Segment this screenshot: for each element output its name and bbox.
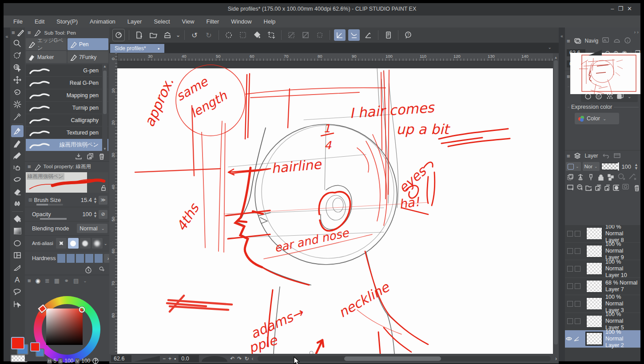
tool-frame-border[interactable] [11, 249, 24, 262]
open-file-icon[interactable] [147, 29, 159, 41]
color-slider-tab-icon[interactable]: ≣ [45, 277, 50, 284]
create-mask-icon[interactable] [612, 184, 619, 192]
main-color-swatch[interactable] [11, 337, 24, 349]
subtool-edge-gpen[interactable]: エッジGペン [26, 38, 67, 50]
delete-subtool-icon[interactable] [98, 152, 106, 160]
duplicate-subtool-icon[interactable] [86, 152, 94, 160]
menu-view[interactable]: View [182, 18, 195, 25]
layer-row-selected[interactable]: 100 % NormalLayer 2 [565, 330, 640, 348]
reset-settings-icon[interactable] [84, 266, 92, 274]
tool-brush[interactable] [11, 150, 24, 162]
reset-rotation-icon[interactable]: ↻ [244, 356, 249, 362]
undo-icon[interactable]: ↺ [189, 29, 200, 41]
hardness-level[interactable] [67, 254, 75, 263]
tool-selection[interactable] [11, 86, 24, 99]
snap-grid-icon[interactable] [362, 29, 374, 41]
layer-row[interactable]: 100 % NormalLayer 10 [565, 260, 640, 278]
information-tab-icon[interactable] [624, 37, 631, 44]
brush-size-source-button[interactable]: ≫ [99, 196, 107, 205]
layer-opacity-stepper[interactable]: ▲▼ [634, 163, 638, 170]
zoom-slider[interactable] [134, 356, 160, 362]
aa-strong-button[interactable] [92, 238, 103, 249]
blending-mode-dropdown[interactable]: Normal⌄ [77, 224, 107, 233]
new-folder-icon[interactable] [585, 184, 592, 192]
layer-panel-menu-icon[interactable]: ≡ [567, 153, 570, 159]
layer-tab-label[interactable]: Layer [585, 153, 598, 159]
import-subtool-icon[interactable] [75, 152, 83, 160]
tool-gradient[interactable] [11, 225, 24, 237]
zoom-out-icon[interactable]: − [163, 356, 166, 362]
hardness-level[interactable] [95, 254, 103, 263]
color-panel-menu-icon[interactable]: ≡ [28, 277, 31, 284]
merge-down-icon[interactable] [604, 184, 610, 192]
scene-tab-icon[interactable] [613, 152, 621, 158]
fill-icon[interactable] [251, 29, 263, 41]
palette-color-dropdown[interactable]: ⌄ [566, 162, 581, 171]
layer-history-tab-icon[interactable] [602, 152, 610, 158]
effect-dropdown-icon[interactable]: ⌄ [628, 94, 631, 99]
layer-row[interactable]: 100 % NormalLayer 5 [565, 313, 640, 331]
canvas-zoom-value[interactable]: 62.6 [111, 355, 131, 362]
lock-transparent-pixels-icon[interactable] [607, 174, 615, 181]
layer-thumbnail[interactable] [586, 262, 602, 275]
clip-studio-logo-icon[interactable] [112, 29, 125, 41]
navigator-menu-icon[interactable]: ≡ [567, 38, 570, 44]
saturation-value-box[interactable] [46, 309, 83, 345]
layer-row[interactable]: 100 % NormalLayer 8 [565, 225, 640, 243]
tool-auto-select[interactable] [11, 99, 24, 111]
canvas-rotation-value[interactable]: 0.0 [179, 355, 199, 362]
selection-launcher-icon-2[interactable] [300, 29, 311, 41]
navigator-tab-icon[interactable] [574, 38, 581, 44]
menu-file[interactable]: File [13, 18, 23, 25]
subtool-item-turnip-pen[interactable]: Turnip pen [26, 102, 108, 114]
expand-right-icon[interactable]: › › [634, 29, 639, 35]
apply-mask-icon[interactable] [622, 183, 630, 191]
navigator-tab-label[interactable]: Navig [585, 38, 599, 44]
menu-help[interactable]: Help [264, 18, 276, 25]
layer-thumbnail[interactable] [586, 245, 602, 257]
expression-color-dropdown[interactable]: Color ⌄ [575, 113, 619, 124]
scroll-right-icon[interactable]: › [555, 356, 557, 362]
tool-balloon[interactable] [11, 286, 24, 298]
tablet-settings-icon[interactable] [382, 29, 394, 41]
layer-thumbnail[interactable] [586, 227, 602, 240]
rotation-slider[interactable] [202, 356, 227, 362]
fit-screen-icon[interactable]: ▪ [174, 356, 176, 362]
layer-thumbnail[interactable] [586, 315, 602, 328]
enable-mask-icon[interactable] [617, 173, 626, 180]
color-tabs-more-icon[interactable]: ⌄ [83, 278, 87, 283]
transfer-down-icon[interactable] [594, 184, 601, 192]
opacity-source-button[interactable]: ⊘ [99, 210, 107, 219]
subtool-item-mapping-pen[interactable]: Mapping pen [26, 89, 108, 102]
tool-line-correction[interactable] [11, 298, 24, 311]
menu-animation[interactable]: Animation [90, 18, 115, 25]
color-set-tab-icon[interactable]: ▦ [54, 277, 60, 284]
selection-launcher-icon-1[interactable] [286, 29, 297, 41]
crop-border-icon[interactable] [266, 29, 277, 41]
color-wheel-tab-icon[interactable]: ◉ [36, 277, 40, 284]
draft-layer-icon[interactable] [587, 174, 595, 181]
hardness-level[interactable] [85, 254, 93, 263]
menu-story[interactable]: Story(P) [56, 18, 78, 25]
tool-navigate[interactable] [11, 50, 24, 62]
layer-opacity-slider[interactable] [601, 163, 620, 170]
tool-airbrush[interactable] [11, 162, 24, 174]
subtool-item-calligraphy[interactable]: Calligraphy [26, 114, 108, 127]
canvas-horizontal-scrollbar[interactable] [258, 356, 551, 361]
subtool-scrollbar[interactable]: ▲▼ [102, 64, 107, 151]
item-bank-tab-icon[interactable] [613, 37, 620, 44]
opacity-stepper[interactable]: ▲▼ [93, 211, 97, 218]
maximize-button[interactable]: ❐ [618, 5, 627, 12]
tool-pencil[interactable] [11, 137, 24, 150]
subtool-marker[interactable]: Marker [26, 51, 67, 63]
document-tab[interactable]: Side profiles* ● [110, 44, 164, 53]
help-icon[interactable]: ? [402, 29, 414, 41]
collapse-right-icon[interactable]: « [559, 34, 565, 39]
tab-close-dot[interactable]: ● [158, 47, 160, 51]
layer-visible-eye-icon[interactable] [565, 335, 572, 342]
navigator-thumbnail[interactable] [570, 53, 640, 94]
brush-size-expand-icon[interactable]: ⊞ [28, 198, 32, 202]
subtool-item-textured-pen[interactable]: Textured pen [26, 127, 108, 139]
layer-row[interactable]: 68 % NormalLayer 7 [565, 278, 640, 296]
color-mixer-tab-icon[interactable]: ⚭ [64, 277, 69, 284]
